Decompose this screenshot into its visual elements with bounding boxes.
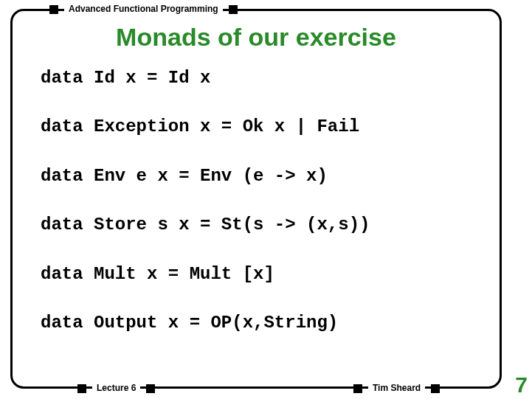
code-line: data Store s x = St(s -> (x,s)) — [41, 215, 485, 235]
code-line: data Output x = OP(x,String) — [41, 313, 485, 333]
code-line: data Id x = Id x — [41, 69, 485, 88]
code-line: data Exception x = Ok x | Fail — [41, 117, 485, 136]
slide-frame: Advanced Functional Programming Monads o… — [10, 9, 502, 389]
slide-title: Monads of our exercise — [13, 23, 500, 52]
code-line: data Mult x = Mult [x] — [41, 265, 485, 284]
code-line: data Env e x = Env (e -> x) — [41, 167, 485, 186]
slide-content: data Id x = Id x data Exception x = Ok x… — [41, 69, 485, 362]
page-number: 7 — [515, 372, 528, 398]
author-label: Tim Sheard — [368, 383, 425, 393]
course-header: Advanced Functional Programming — [64, 4, 223, 14]
lecture-label: Lecture 6 — [92, 383, 140, 393]
